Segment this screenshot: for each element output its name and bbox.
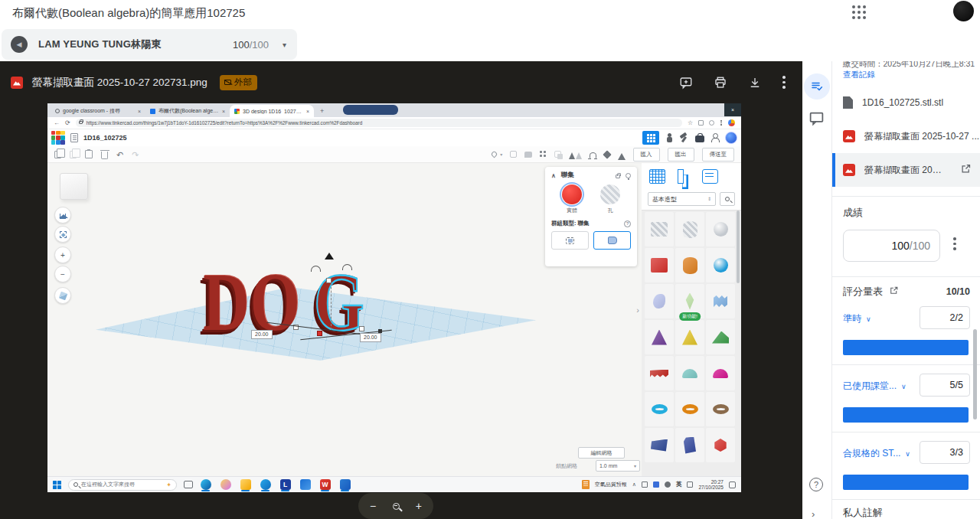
new-tab-button[interactable]: + — [320, 107, 324, 115]
fit-view-button[interactable] — [54, 226, 71, 243]
download-icon[interactable] — [748, 76, 762, 90]
grade-menu-icon[interactable] — [953, 237, 956, 250]
add-comment-icon[interactable] — [679, 76, 693, 90]
air-quality-icon[interactable] — [582, 480, 590, 489]
apps-grid-icon[interactable] — [852, 5, 867, 21]
zoom-in-icon[interactable]: + — [416, 500, 422, 512]
scale-handle[interactable] — [326, 278, 332, 283]
shape-torus[interactable] — [645, 392, 674, 426]
notes-icon[interactable] — [524, 152, 532, 158]
scale-handle[interactable] — [359, 326, 364, 331]
redo-icon[interactable]: ↷ — [132, 151, 139, 158]
design-name[interactable]: 1D16_102725 — [83, 134, 127, 142]
shape-torus-thick[interactable] — [675, 392, 704, 426]
design-properties-icon[interactable] — [70, 133, 78, 142]
task-view-icon[interactable] — [184, 481, 193, 488]
shape-polygon[interactable] — [645, 428, 674, 462]
undo-icon[interactable]: ↶ — [116, 151, 123, 158]
taskbar-app-outlook[interactable] — [260, 478, 271, 491]
rotate-handle-icon[interactable] — [311, 266, 321, 272]
taskbar-app-settings[interactable] — [339, 478, 351, 491]
taskbar-clock[interactable]: 20:2727/10/2025 — [698, 479, 724, 490]
file-row-image-2-selected[interactable]: 螢幕擷取畫面 2025... — [832, 153, 980, 187]
edit-grid-button[interactable]: 編輯網格 — [578, 447, 625, 459]
hole-option[interactable]: 孔 — [600, 184, 620, 214]
file-row-stl[interactable]: 1D16_102725.stl.stl — [832, 86, 980, 119]
sidebar-scrollbar[interactable] — [973, 329, 977, 419]
shape-scribble[interactable] — [645, 284, 674, 318]
snap-grid-dropdown[interactable]: 1.0 mm▾ — [596, 460, 640, 472]
chevron-down-icon[interactable]: ▾ — [500, 152, 502, 157]
tray-expand-icon[interactable]: ∧ — [632, 481, 636, 488]
hole-swatch[interactable] — [600, 184, 620, 204]
shape-search-button[interactable] — [720, 192, 735, 206]
criterion-2-score[interactable]: 5/5 — [920, 374, 970, 397]
close-tab-icon[interactable]: × — [306, 109, 309, 114]
tinkercad-logo[interactable] — [51, 131, 65, 145]
solid-color-swatch[interactable] — [562, 184, 582, 204]
selected-handle[interactable] — [317, 331, 322, 336]
align-icon[interactable] — [618, 149, 626, 160]
criterion-1-label[interactable]: 準時∨ — [843, 312, 871, 325]
ruler-icon[interactable] — [590, 152, 596, 158]
comments-tab-icon[interactable] — [808, 110, 825, 129]
back-icon[interactable]: ← — [54, 119, 60, 126]
close-tab-icon[interactable]: × — [222, 109, 225, 114]
close-tab-icon[interactable]: × — [138, 109, 141, 114]
shape-spinner[interactable]: 新功能! — [675, 284, 704, 318]
window-close-icon[interactable]: × — [724, 103, 741, 116]
rotate-handle-icon[interactable] — [342, 264, 352, 270]
group-icon[interactable] — [540, 151, 541, 152]
zoom-reset-icon[interactable] — [393, 503, 400, 510]
app-tray-icon[interactable] — [653, 481, 659, 488]
shape-box[interactable] — [645, 248, 674, 282]
reload-icon[interactable]: ⟳ — [65, 119, 70, 126]
address-bar[interactable]: https://www.tinkercad.com/things/1w7j1bT… — [76, 119, 682, 127]
taskbar-app-file-explorer[interactable] — [240, 478, 251, 491]
delete-icon[interactable] — [101, 152, 108, 159]
zoom-in-button[interactable]: + — [54, 246, 71, 263]
dimension-label[interactable]: 20.00 — [251, 330, 273, 339]
workplane-pin-icon[interactable] — [491, 151, 498, 158]
shape-sphere[interactable] — [706, 248, 735, 282]
criterion-3-label[interactable]: 合規格的 ST...∨ — [843, 447, 910, 460]
open-rubric-icon[interactable] — [889, 286, 899, 298]
shape-prism[interactable] — [675, 428, 704, 462]
input-language-indicator[interactable]: 英 — [676, 481, 682, 488]
criterion-1-score[interactable]: 2/2 — [920, 306, 970, 329]
browser-tab-1[interactable]: google classroom - 搜尋 × — [51, 105, 145, 117]
criterion-3-score[interactable]: 3/3 — [920, 441, 970, 464]
send-to-button[interactable]: 傳送至 — [702, 148, 735, 162]
tab-group-chip[interactable] — [343, 105, 398, 115]
mirror-icon[interactable] — [569, 149, 582, 159]
copy-icon[interactable] — [54, 151, 61, 158]
lightbulb-icon[interactable] — [626, 173, 631, 178]
prev-student-icon[interactable]: ◀ — [11, 36, 28, 53]
browser-tab-2[interactable]: 布爾代數(Boolean algebra)的簡單... × — [145, 105, 230, 117]
shape-cone[interactable] — [645, 320, 674, 354]
panel-collapse-icon[interactable]: › — [636, 305, 639, 315]
dimension-label[interactable]: 20.00 — [360, 333, 381, 342]
more-options-icon[interactable] — [782, 76, 786, 89]
group-type-option-2-selected[interactable] — [593, 231, 631, 250]
notes-tool-icon[interactable] — [702, 169, 718, 184]
shape-tube[interactable] — [706, 392, 735, 426]
zoom-out-icon[interactable]: − — [370, 500, 376, 512]
shapes-scrollbar[interactable] — [737, 211, 740, 283]
view-history-link[interactable]: 查看記錄 — [843, 70, 875, 80]
chevron-down-icon[interactable]: ▾ — [283, 41, 286, 49]
onedrive-tray-icon[interactable] — [642, 481, 648, 488]
tools-icon[interactable] — [679, 133, 688, 142]
view-cube[interactable] — [60, 173, 88, 200]
browser-menu-icon[interactable] — [720, 120, 723, 126]
taskbar-app-copilot[interactable] — [220, 478, 231, 491]
lock-icon[interactable] — [616, 175, 620, 178]
blocks-mode-icon[interactable] — [666, 133, 672, 142]
taskbar-app-edge[interactable] — [200, 478, 211, 491]
open-in-new-icon[interactable] — [960, 163, 972, 178]
browser-profile-icon[interactable] — [709, 120, 714, 126]
shape-wedge[interactable] — [706, 320, 735, 354]
solid-option[interactable]: 實體 — [562, 184, 582, 214]
shape-cylinder-hole[interactable] — [675, 212, 704, 246]
taskbar-search[interactable]: 在這裡輸入文字來搜尋✦ — [68, 479, 177, 491]
